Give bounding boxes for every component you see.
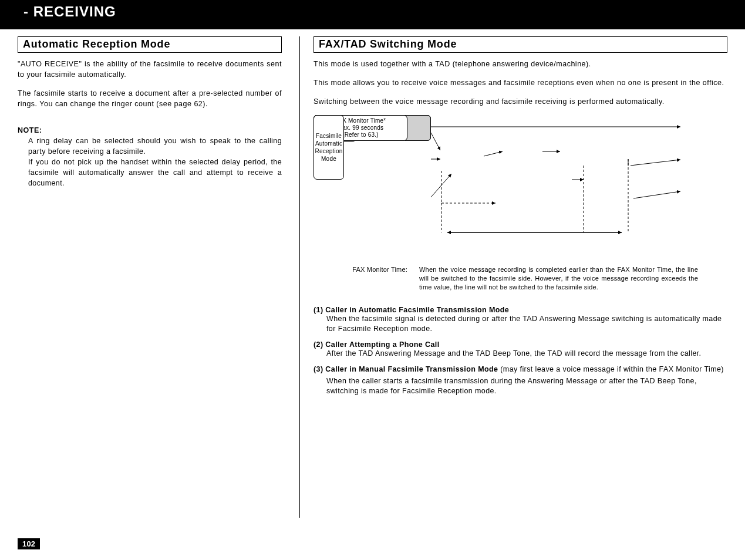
scenario-3-heading-cont: (may first leave a voice message if with…	[498, 365, 723, 373]
left-column: Automatic Reception Mode "AUTO RECEIVE" …	[18, 36, 294, 518]
note-body: A ring delay can be selected should you …	[18, 136, 282, 189]
facsimile-auto-reception-box: Facsimile Automatic Reception Mode	[313, 115, 344, 180]
fax-monitor-text: When the voice message recording is comp…	[419, 265, 727, 292]
content-columns: Automatic Reception Mode "AUTO RECEIVE" …	[0, 29, 745, 518]
scenario-1-body: When the facsimile signal is detected du…	[313, 314, 727, 335]
section-title-faxtad: FAX/TAD Switching Mode	[313, 36, 727, 53]
fax-monitor-label: FAX Monitor Time:	[337, 265, 419, 292]
scenario-2-heading: (2) Caller Attempting a Phone Call	[313, 340, 727, 349]
faxtad-paragraph-2: This mode allows you to receive voice me…	[313, 77, 727, 88]
auto-paragraph-1: "AUTO RECEIVE" is the ability of the fac…	[18, 59, 282, 80]
faxtad-paragraph-3: Switching between the voice message reco…	[313, 96, 727, 107]
scenario-3-body: When the caller starts a facsimile trans…	[313, 376, 727, 397]
svg-line-11	[633, 191, 680, 198]
flow-diagram: (1) Caller in Automatic Facsimile Transm…	[313, 115, 713, 256]
auto-paragraph-2: The facsimile starts to receive a docume…	[18, 88, 282, 109]
svg-line-2	[484, 151, 503, 156]
right-column: FAX/TAD Switching Mode This mode is used…	[311, 36, 727, 518]
page-header: - RECEIVING	[0, 0, 745, 29]
svg-line-9	[431, 174, 451, 197]
fax-monitor-note: FAX Monitor Time: When the voice message…	[337, 265, 727, 292]
column-divider	[299, 36, 305, 518]
svg-line-5	[631, 160, 680, 166]
scenario-1-heading: (1) Caller in Automatic Facsimile Transm…	[313, 306, 727, 314]
faxtad-paragraph-1: This mode is used together with a TAD (t…	[313, 59, 727, 69]
svg-line-6	[431, 133, 440, 150]
scenario-3-heading-bold: (3) Caller in Manual Facsimile Transmiss…	[313, 365, 498, 373]
note-label: NOTE:	[18, 126, 282, 134]
scenario-2-body: After the TAD Answering Message and the …	[313, 349, 727, 359]
section-title-auto: Automatic Reception Mode	[18, 36, 282, 53]
scenario-3-heading: (3) Caller in Manual Facsimile Transmiss…	[313, 365, 727, 375]
page-number: 102	[18, 538, 40, 549]
